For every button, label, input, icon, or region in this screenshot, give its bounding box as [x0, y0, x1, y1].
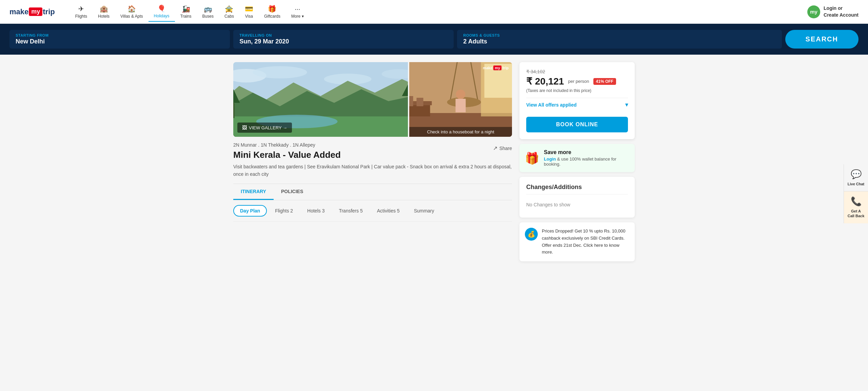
- header-login[interactable]: my Login or Create Account: [807, 5, 859, 18]
- login-text: Login or Create Account: [824, 5, 859, 18]
- svg-rect-26: [409, 96, 413, 106]
- trip-info: 2N Munnar . 1N Thekkady . 1N Allepey Min…: [233, 142, 512, 184]
- logo-make: make: [9, 7, 28, 16]
- nav-label-giftcards: Giftcards: [264, 14, 280, 19]
- nav-item-hotels[interactable]: 🏨 Hotels: [93, 2, 115, 21]
- giftcards-icon: 🎁: [268, 5, 276, 13]
- logo-my: my: [29, 7, 42, 16]
- svg-point-22: [456, 90, 466, 99]
- price-card: ₹ 34,102 ₹ 20,121 per person 41% OFF (Ta…: [519, 62, 635, 139]
- share-icon: ↗: [493, 145, 497, 151]
- gallery-secondary-image: make my trip Check into a houseboat for …: [409, 62, 512, 137]
- filter-summary[interactable]: Summary: [408, 206, 440, 216]
- houseboat-caption: Check into a houseboat for a night: [409, 127, 512, 137]
- flights-icon: ✈: [78, 5, 84, 13]
- date-value: Sun, 29 Mar 2020: [239, 38, 448, 45]
- date-label: TRAVELLING ON: [239, 33, 448, 37]
- nav-label-trains: Trains: [180, 14, 192, 19]
- nav-item-holidays[interactable]: 🎈 Holidays: [149, 2, 175, 22]
- callback-label: Get A Call Back: [847, 209, 865, 219]
- login-link[interactable]: Login: [544, 156, 556, 162]
- side-widgets: 💬 Live Chat 📞 Get A Call Back: [844, 164, 868, 223]
- cabs-icon: 🚖: [225, 5, 233, 13]
- nav-item-villas[interactable]: 🏠 Villas & Apts: [115, 2, 148, 21]
- trip-description: Visit backwaters and tea gardens | See E…: [233, 163, 512, 178]
- filter-bar: Day Plan Flights 2 Hotels 3 Transfers 5 …: [233, 200, 512, 222]
- live-chat-label: Live Chat: [848, 182, 865, 186]
- original-price: ₹ 34,102: [526, 69, 628, 74]
- nav-item-flights[interactable]: ✈ Flights: [70, 2, 93, 21]
- trip-title: Mini Kerala - Value Added: [233, 150, 341, 160]
- logo[interactable]: make my trip: [9, 7, 55, 16]
- header: make my trip ✈ Flights 🏨 Hotels 🏠 Villas…: [0, 0, 868, 24]
- promo-card[interactable]: 💰 Prices Dropped! Get 10 % upto Rs. 10,0…: [519, 222, 635, 261]
- nav-label-flights: Flights: [75, 14, 87, 19]
- more-icon: ···: [295, 5, 300, 13]
- nav-label-hotels: Hotels: [98, 14, 110, 19]
- svg-point-2: [253, 66, 307, 78]
- current-price: ₹ 20,121: [526, 76, 564, 87]
- villas-icon: 🏠: [127, 5, 136, 13]
- view-gallery-button[interactable]: 🖼 VIEW GALLERY →: [237, 123, 292, 133]
- save-more-title: Save more: [544, 149, 629, 155]
- hotels-icon: 🏨: [100, 5, 108, 13]
- nav-item-visa[interactable]: 💳 Visa: [239, 2, 259, 21]
- nav-item-giftcards[interactable]: 🎁 Giftcards: [259, 2, 286, 21]
- main-nav: ✈ Flights 🏨 Hotels 🏠 Villas & Apts 🎈 Hol…: [70, 2, 807, 22]
- nav-label-cabs: Cabs: [224, 14, 234, 19]
- save-more-text: Login & use 100% wallet balance for book…: [544, 156, 629, 167]
- save-more-card: 🎁 Save more Login & use 100% wallet bala…: [519, 144, 635, 172]
- nav-item-more[interactable]: ··· More ▾: [286, 2, 309, 21]
- changes-card: Changes/Additions No Changes to show: [519, 177, 635, 218]
- share-label: Share: [499, 146, 512, 151]
- no-changes-text: No Changes to show: [526, 199, 628, 211]
- changes-title: Changes/Additions: [526, 184, 628, 194]
- filter-activities[interactable]: Activities 5: [371, 206, 406, 216]
- live-chat-widget[interactable]: 💬 Live Chat: [844, 164, 868, 191]
- search-field-date[interactable]: TRAVELLING ON Sun, 29 Mar 2020: [233, 30, 454, 49]
- nav-label-holidays: Holidays: [154, 14, 170, 18]
- save-more-icon: 🎁: [525, 151, 539, 165]
- buses-icon: 🚌: [204, 5, 212, 13]
- chevron-down-icon: ▾: [625, 101, 628, 108]
- filter-flights[interactable]: Flights 2: [269, 206, 299, 216]
- nav-item-buses[interactable]: 🚌 Buses: [197, 2, 219, 21]
- tax-note: (Taxes are not included in this price): [526, 88, 628, 93]
- mmt-watermark: make my trip: [483, 66, 509, 70]
- avatar: my: [807, 5, 820, 18]
- tab-itinerary[interactable]: ITINERARY: [233, 184, 274, 200]
- gallery-main-image: 🖼 VIEW GALLERY →: [233, 62, 408, 137]
- svg-rect-23: [456, 99, 466, 112]
- svg-rect-27: [417, 98, 423, 106]
- view-gallery-label: VIEW GALLERY →: [249, 125, 287, 130]
- promo-icon: 💰: [525, 228, 538, 241]
- visa-icon: 💳: [245, 5, 253, 13]
- view-offers[interactable]: View All offers applied ▾: [526, 98, 628, 111]
- gallery: 🖼 VIEW GALLERY →: [233, 62, 512, 137]
- book-online-button[interactable]: BOOK ONLINE: [526, 117, 628, 132]
- from-label: STARTING FROM: [16, 33, 224, 37]
- view-offers-label: View All offers applied: [526, 102, 577, 108]
- search-field-from[interactable]: STARTING FROM New Delhi: [9, 30, 230, 49]
- share-button[interactable]: ↗ Share: [493, 145, 512, 151]
- nav-label-buses: Buses: [202, 14, 214, 19]
- callback-widget[interactable]: 📞 Get A Call Back: [844, 191, 868, 223]
- trip-nights: 2N Munnar . 1N Thekkady . 1N Allepey: [233, 142, 341, 148]
- tabs-container: ITINERARY POLICIES: [233, 184, 512, 200]
- tab-policies[interactable]: POLICIES: [274, 184, 311, 200]
- nav-label-visa: Visa: [245, 14, 253, 19]
- per-person: per person: [568, 79, 589, 84]
- off-badge: 41% OFF: [593, 78, 616, 85]
- filter-transfers[interactable]: Transfers 5: [333, 206, 369, 216]
- filter-day-plan[interactable]: Day Plan: [233, 205, 267, 217]
- nav-item-trains[interactable]: 🚂 Trains: [175, 2, 197, 21]
- search-button[interactable]: SEARCH: [785, 30, 859, 49]
- filter-hotels[interactable]: Hotels 3: [301, 206, 331, 216]
- nav-item-cabs[interactable]: 🚖 Cabs: [219, 2, 239, 21]
- search-field-guests[interactable]: ROOMS & GUESTS 2 Adults: [457, 30, 782, 49]
- nav-label-villas: Villas & Apts: [120, 14, 143, 19]
- gallery-icon: 🖼: [242, 125, 247, 130]
- phone-icon: 📞: [851, 196, 862, 207]
- trains-icon: 🚂: [182, 5, 190, 13]
- chat-icon: 💬: [851, 169, 862, 180]
